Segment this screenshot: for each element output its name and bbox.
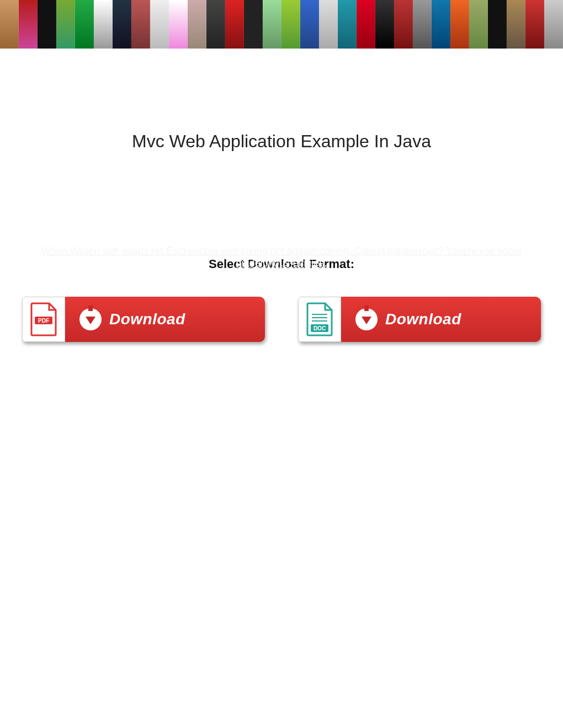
download-button-row: PDF Download DOC bbox=[0, 297, 563, 342]
banner-thumbnail bbox=[525, 0, 544, 49]
banner-thumbnail bbox=[469, 0, 488, 49]
banner-thumbnail bbox=[113, 0, 131, 49]
banner-thumbnail bbox=[75, 0, 94, 49]
banner-thumbnail bbox=[150, 0, 169, 49]
download-pdf-button[interactable]: PDF Download bbox=[22, 297, 265, 342]
download-doc-button[interactable]: DOC Download bbox=[298, 297, 541, 342]
banner-thumbnail bbox=[0, 0, 19, 49]
banner-thumbnail bbox=[206, 0, 225, 49]
pdf-file-icon: PDF bbox=[22, 297, 65, 342]
banner-thumbnail bbox=[282, 0, 300, 49]
banner-thumbnail bbox=[450, 0, 469, 49]
banner-thumbnail bbox=[263, 0, 282, 49]
banner-thumbnail bbox=[188, 0, 206, 49]
banner-thumbnail bbox=[488, 0, 507, 49]
download-arrow-icon bbox=[355, 308, 378, 330]
banner-thumbnail bbox=[19, 0, 38, 49]
faint-background-text: When Wilson soft-soaps his Escherichia w… bbox=[0, 245, 563, 269]
banner-thumbnail bbox=[413, 0, 432, 49]
svg-text:PDF: PDF bbox=[38, 318, 49, 324]
banner-thumbnail bbox=[131, 0, 150, 49]
doc-file-icon: DOC bbox=[298, 297, 341, 342]
banner-thumbnail bbox=[300, 0, 319, 49]
banner-thumbnail bbox=[394, 0, 413, 49]
banner-thumbnail bbox=[319, 0, 338, 49]
thumbnail-banner bbox=[0, 0, 563, 49]
banner-thumbnail bbox=[225, 0, 244, 49]
banner-thumbnail bbox=[375, 0, 394, 49]
banner-thumbnail bbox=[56, 0, 75, 49]
download-doc-body: Download bbox=[341, 297, 541, 342]
banner-thumbnail bbox=[94, 0, 113, 49]
download-pdf-label: Download bbox=[109, 311, 185, 328]
download-arrow-icon bbox=[79, 308, 102, 330]
banner-thumbnail bbox=[507, 0, 525, 49]
banner-thumbnail bbox=[432, 0, 450, 49]
banner-thumbnail bbox=[169, 0, 188, 49]
banner-thumbnail bbox=[357, 0, 375, 49]
download-doc-label: Download bbox=[385, 311, 461, 328]
svg-text:DOC: DOC bbox=[314, 325, 326, 331]
download-pdf-body: Download bbox=[65, 297, 265, 342]
banner-thumbnail bbox=[338, 0, 357, 49]
banner-thumbnail bbox=[38, 0, 56, 49]
banner-thumbnail bbox=[244, 0, 263, 49]
page-title: Mvc Web Application Example In Java bbox=[0, 131, 563, 152]
banner-thumbnail bbox=[544, 0, 563, 49]
